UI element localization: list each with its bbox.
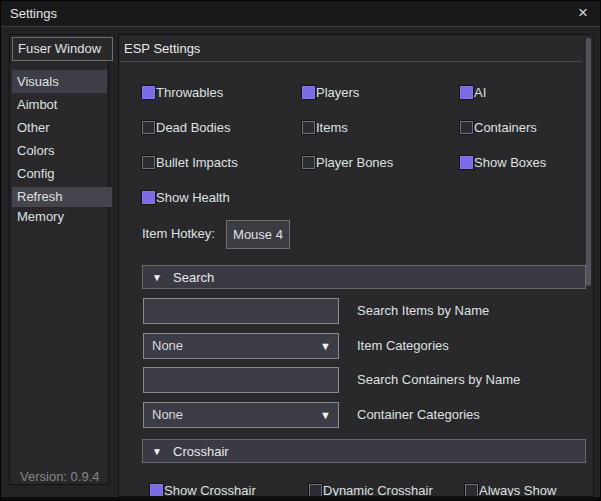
search-section-title: Search: [173, 266, 214, 290]
checkbox-label: Show Boxes: [474, 155, 546, 170]
dropdown-arrow-icon[interactable]: ▼: [320, 334, 331, 358]
sidebar-item-other[interactable]: Other: [12, 116, 107, 139]
search-containers-input[interactable]: [143, 367, 339, 393]
checkbox-box[interactable]: [460, 121, 473, 134]
checkbox-box[interactable]: [460, 156, 473, 169]
checkbox-box[interactable]: [142, 191, 155, 204]
checkbox-box[interactable]: [302, 86, 315, 99]
checkbox-box[interactable]: [302, 156, 315, 169]
item-hotkey-button[interactable]: Mouse 4: [226, 220, 290, 249]
checkbox-dynamic-crosshair[interactable]: Dynamic Crosshair: [309, 483, 433, 497]
checkbox-dead-bodies[interactable]: Dead Bodies: [142, 120, 230, 134]
search-items-input[interactable]: [143, 298, 339, 324]
crosshair-section-header[interactable]: ▼ Crosshair: [142, 439, 586, 463]
item-categories-dropdown[interactable]: None ▼: [143, 333, 339, 359]
checkbox-show-health[interactable]: Show Health: [142, 190, 230, 204]
checkbox-box[interactable]: [142, 156, 155, 169]
sidebar-item-visuals[interactable]: Visuals: [12, 70, 107, 93]
sidebar-item-colors[interactable]: Colors: [12, 139, 107, 162]
checkbox-box[interactable]: [302, 121, 315, 134]
search-items-label: Search Items by Name: [357, 298, 489, 324]
search-section-header[interactable]: ▼ Search: [142, 265, 586, 289]
window-bottom-border: [1, 497, 600, 501]
container-categories-dropdown[interactable]: None ▼: [143, 402, 339, 428]
sidebar-item-config[interactable]: Config: [12, 162, 107, 185]
checkbox-label: Player Bones: [316, 155, 393, 170]
checkbox-label: Containers: [474, 120, 537, 135]
checkbox-player-bones[interactable]: Player Bones: [302, 155, 393, 169]
item-hotkey-label: Item Hotkey:: [142, 220, 215, 248]
checkbox-throwables[interactable]: Throwables: [142, 85, 223, 99]
checkbox-always-show[interactable]: Always Show: [465, 483, 556, 497]
sidebar-item-aimbot[interactable]: Aimbot: [12, 93, 107, 116]
dropdown-value: None: [152, 403, 183, 427]
dropdown-value: None: [152, 334, 183, 358]
search-containers-label: Search Containers by Name: [357, 367, 520, 393]
collapse-arrow-icon[interactable]: ▼: [152, 266, 162, 290]
checkbox-label: Items: [316, 120, 348, 135]
checkbox-label: Dead Bodies: [156, 120, 230, 135]
esp-settings-header: ESP Settings: [124, 41, 200, 56]
settings-window: Settings × Fuser Window Visuals Aimbot O…: [0, 0, 601, 501]
refresh-memory-button[interactable]: Refresh Memory: [12, 187, 112, 207]
checkbox-label: Players: [316, 85, 359, 100]
window-title: Settings: [10, 6, 57, 21]
vertical-scrollbar[interactable]: [586, 38, 591, 286]
sidebar-nav: Visuals Aimbot Other Colors Config: [12, 70, 107, 185]
checkbox-ai[interactable]: AI: [460, 85, 486, 99]
checkbox-box[interactable]: [309, 484, 322, 497]
checkbox-box[interactable]: [142, 121, 155, 134]
checkbox-bullet-impacts[interactable]: Bullet Impacts: [142, 155, 238, 169]
container-categories-label: Container Categories: [357, 402, 480, 428]
checkbox-label: Always Show: [479, 483, 556, 498]
checkbox-label: Show Crosshair: [164, 483, 256, 498]
esp-settings-panel: ESP Settings Throwables Players AI Dead …: [118, 34, 594, 497]
checkbox-show-crosshair[interactable]: Show Crosshair: [150, 483, 256, 497]
titlebar[interactable]: Settings ×: [1, 1, 600, 27]
version-label: Version: 0.9.4: [20, 469, 100, 484]
crosshair-section-title: Crosshair: [173, 440, 229, 464]
fuser-window-button[interactable]: Fuser Window: [12, 37, 113, 61]
checkbox-label: AI: [474, 85, 486, 100]
checkbox-box[interactable]: [460, 86, 473, 99]
checkbox-show-boxes[interactable]: Show Boxes: [460, 155, 546, 169]
checkbox-box[interactable]: [465, 484, 478, 497]
checkbox-label: Show Health: [156, 190, 230, 205]
item-categories-label: Item Categories: [357, 333, 449, 359]
close-icon[interactable]: ×: [572, 2, 594, 24]
checkbox-box[interactable]: [150, 484, 163, 497]
checkbox-label: Dynamic Crosshair: [323, 483, 433, 498]
checkbox-box[interactable]: [142, 86, 155, 99]
checkbox-containers[interactable]: Containers: [460, 120, 537, 134]
checkbox-label: Bullet Impacts: [156, 155, 238, 170]
checkbox-players[interactable]: Players: [302, 85, 359, 99]
collapse-arrow-icon[interactable]: ▼: [152, 440, 162, 464]
checkbox-items[interactable]: Items: [302, 120, 348, 134]
dropdown-arrow-icon[interactable]: ▼: [320, 403, 331, 427]
sidebar: Fuser Window Visuals Aimbot Other Colors…: [9, 34, 109, 485]
checkbox-label: Throwables: [156, 85, 223, 100]
header-separator: [120, 61, 582, 62]
